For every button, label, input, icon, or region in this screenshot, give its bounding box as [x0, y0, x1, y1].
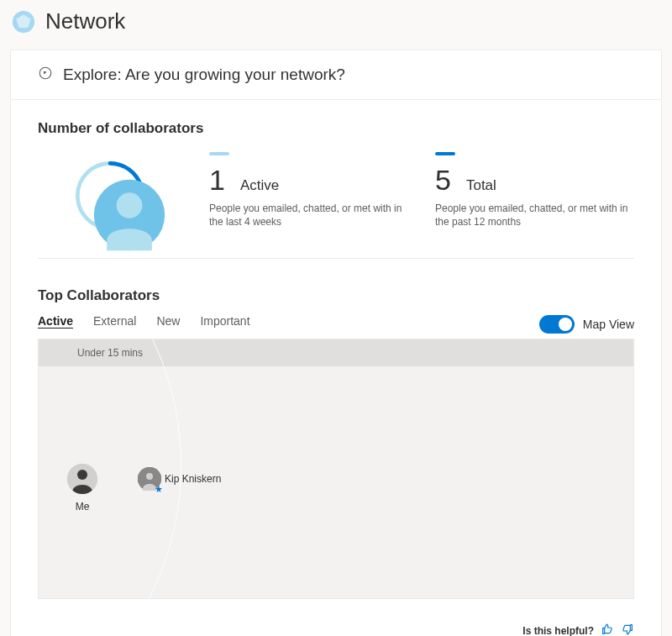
stat-active-marker	[209, 152, 229, 155]
svg-point-9	[146, 473, 153, 480]
map-node-me-label: Me	[67, 501, 97, 512]
stat-total: 5 Total People you emailed, chatted, or …	[435, 152, 634, 229]
page-title: Network	[45, 8, 125, 34]
active-description: People you emailed, chatted, or met with…	[209, 202, 408, 229]
active-count: 1	[209, 164, 225, 197]
total-description: People you emailed, chatted, or met with…	[435, 202, 634, 229]
map-view-label: Map View	[583, 318, 634, 331]
important-star-icon: ★	[155, 484, 165, 494]
collaborator-donut-chart	[71, 157, 149, 234]
network-card: Explore: Are you growing your network? N…	[10, 50, 662, 636]
svg-point-7	[77, 470, 87, 480]
map-node-collaborator[interactable]: ★ Kip Kniskern	[138, 467, 221, 491]
tab-active[interactable]: Active	[38, 314, 73, 333]
svg-point-5	[117, 192, 143, 218]
tab-external[interactable]: External	[93, 314, 136, 333]
total-label: Total	[466, 177, 496, 194]
map-node-me[interactable]: Me	[67, 464, 97, 512]
app-logo-icon	[12, 10, 35, 34]
top-collaborators-heading: Top Collaborators	[38, 287, 160, 304]
active-label: Active	[240, 177, 279, 194]
stat-total-marker	[435, 152, 455, 155]
avatar-collaborator-icon: ★	[138, 467, 161, 491]
map-canvas: Under 15 mins Me	[38, 339, 634, 599]
tabs: Active External New Important	[38, 314, 250, 334]
tab-important[interactable]: Important	[200, 314, 249, 333]
stat-active: 1 Active People you emailed, chatted, or…	[209, 152, 408, 229]
explore-text: Explore: Are you growing your network?	[63, 66, 345, 84]
thumbs-down-icon[interactable]	[621, 623, 634, 636]
helpful-question: Is this helpful?	[522, 625, 594, 637]
compass-icon	[38, 66, 53, 84]
avatar-me-icon	[67, 464, 97, 494]
explore-bar[interactable]: Explore: Are you growing your network?	[11, 50, 661, 100]
total-count: 5	[435, 164, 451, 197]
person-avatar-icon	[91, 176, 129, 215]
tab-new[interactable]: New	[156, 314, 180, 333]
collaborator-name: Kip Kniskern	[165, 473, 221, 485]
thumbs-up-icon[interactable]	[601, 623, 614, 636]
map-view-toggle[interactable]	[539, 315, 575, 334]
collaborators-heading: Number of collaborators	[38, 120, 634, 137]
